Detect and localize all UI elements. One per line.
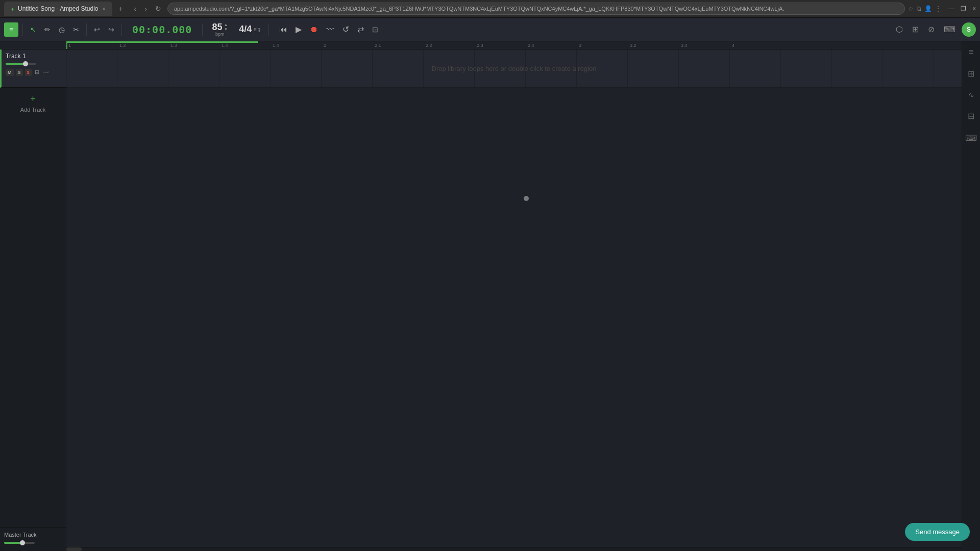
browse-sidebar-button[interactable]: ≡: [967, 45, 975, 59]
track-1-lane[interactable]: Drop library loops here or double click …: [66, 49, 962, 88]
bookmark-star-icon[interactable]: ☆: [908, 5, 914, 12]
divider-4: [202, 23, 203, 36]
close-button[interactable]: ×: [972, 5, 976, 12]
restore-button[interactable]: ❐: [961, 5, 966, 12]
profile-icon[interactable]: 👤: [924, 5, 932, 12]
url-text: app.ampedstudio.com/?_gl=1*zkt20c*_ga*MT…: [174, 6, 784, 12]
scrollbar-thumb[interactable]: [66, 547, 82, 551]
track-1-volume-knob[interactable]: [6, 63, 36, 65]
track-1-solo-button[interactable]: S: [16, 69, 23, 76]
rewind-button[interactable]: ⏮: [276, 22, 290, 36]
send-message-button[interactable]: Send message: [905, 523, 970, 541]
ruler-mark-24: 2.4: [527, 43, 534, 48]
url-bar[interactable]: app.ampedstudio.com/?_gl=1*zkt20c*_ga*MT…: [167, 3, 905, 15]
undo-icon: ↩: [94, 26, 100, 34]
divider-1: [22, 23, 23, 36]
keyboard-button[interactable]: ⌨: [941, 22, 959, 37]
ruler-mark-21: 2.1: [374, 43, 381, 48]
record-icon: ⏺: [310, 25, 318, 34]
master-track-volume-handle: [20, 540, 25, 545]
track-1-arm-button[interactable]: $: [25, 69, 32, 76]
settings-icon[interactable]: ⋮: [935, 5, 941, 12]
track-1-controls: M S $ ⊞ 〰: [6, 68, 62, 77]
select-tool-button[interactable]: ↖: [27, 23, 39, 36]
master-track-label: Master Track: [4, 532, 62, 538]
eq-icon: ⊟: [968, 111, 974, 121]
ruler-mark-13: 1.3: [169, 43, 177, 48]
right-sidebar: ≡ ⊞ ∿ ⊟ ⌨: [962, 41, 980, 551]
time-display[interactable]: 00:00.000: [126, 23, 198, 36]
track-panel: Track 1 M S $ ⊞ 〰 + Add Track Mast: [0, 41, 66, 551]
divider-2: [86, 23, 87, 36]
minimize-button[interactable]: —: [948, 5, 954, 12]
horizontal-scrollbar[interactable]: [66, 547, 962, 551]
browser-tab[interactable]: ♦ Untitled Song - Amped Studio ×: [4, 2, 112, 16]
master-track-item[interactable]: Master Track: [0, 527, 66, 551]
metronome-button[interactable]: ⊡: [369, 22, 381, 36]
add-track-plus-icon: +: [30, 94, 36, 105]
play-icon: ▶: [296, 25, 302, 34]
new-tab-button[interactable]: +: [115, 5, 126, 13]
loop-button[interactable]: ↺: [339, 22, 352, 36]
track-1-volume[interactable]: [6, 63, 62, 65]
track-1-automation-button[interactable]: 〰: [42, 68, 50, 77]
ruler-mark-32: 3.2: [629, 43, 636, 48]
master-track-volume[interactable]: [4, 542, 62, 544]
master-track-volume-knob[interactable]: [4, 542, 35, 544]
ruler-mark-34: 3.4: [680, 43, 688, 48]
add-track-button[interactable]: + Add Track: [0, 88, 66, 119]
user-avatar[interactable]: S: [962, 22, 976, 37]
keyboard-sidebar-button[interactable]: ⌨: [963, 131, 979, 145]
bpm-down-arrow[interactable]: ▼: [224, 27, 228, 32]
reload-button[interactable]: ↻: [152, 4, 164, 14]
bpm-value: 85: [212, 22, 222, 32]
play-button[interactable]: ▶: [292, 22, 305, 36]
ruler-mark-4: 4: [731, 43, 734, 48]
loop-mode-icon: 〰: [326, 25, 334, 34]
cut-tool-button[interactable]: ✂: [70, 23, 82, 36]
automation-button[interactable]: ⬡: [893, 22, 906, 37]
bpm-up-arrow[interactable]: ▲: [224, 22, 228, 27]
window-controls: — ❐ ×: [948, 5, 976, 12]
bpm-label: bpm: [215, 32, 225, 37]
bpm-control[interactable]: 85 ▲ ▼ bpm: [207, 22, 233, 37]
add-track-label: Add Track: [20, 107, 46, 113]
keyboard-sidebar-icon: ⌨: [965, 133, 977, 143]
mixer-button[interactable]: ⊘: [925, 22, 938, 37]
eq-sidebar-button[interactable]: ⊟: [966, 109, 976, 123]
toolbar: ≡ ↖ ✏ ◷ ✂ ↩ ↪ 00:00.000 85 ▲ ▼ bpm 4: [0, 18, 980, 41]
time-tool-button[interactable]: ◷: [56, 23, 68, 36]
automation-icon: ⬡: [896, 25, 903, 34]
redo-button[interactable]: ↪: [105, 23, 117, 36]
bounce-icon: ⇄: [357, 25, 364, 34]
track-1-item[interactable]: Track 1 M S $ ⊞ 〰: [0, 49, 66, 88]
track-1-mute-button[interactable]: M: [6, 69, 14, 76]
main-area: Track 1 M S $ ⊞ 〰 + Add Track Mast: [0, 41, 980, 551]
loop-mode-button[interactable]: 〰: [323, 22, 337, 36]
grid-sidebar-button[interactable]: ⊞: [966, 67, 976, 81]
bpm-arrows[interactable]: ▲ ▼: [224, 22, 228, 32]
grid-button[interactable]: ⊞: [909, 22, 922, 37]
track-1-grid-button[interactable]: ⊞: [34, 68, 40, 77]
playhead: [66, 41, 67, 49]
waveform-sidebar-button[interactable]: ∿: [966, 89, 976, 101]
timeline-ruler[interactable]: 1 1.2 1.3 1.4 1.4 2 2.1 2.2 2.3 2.4 3 3.…: [66, 41, 962, 49]
forward-button[interactable]: ›: [141, 4, 150, 14]
arrange-area: 1 1.2 1.3 1.4 1.4 2 2.1 2.2 2.3 2.4 3 3.…: [66, 41, 962, 551]
redo-icon: ↪: [108, 26, 114, 34]
menu-button[interactable]: ≡: [4, 22, 18, 37]
ruler-mark-14: 1.4: [220, 43, 228, 48]
time-signature[interactable]: 4/4 sig: [235, 24, 264, 35]
undo-button[interactable]: ↩: [91, 23, 103, 36]
extension-icon[interactable]: ⧉: [917, 5, 921, 12]
track-1-volume-handle: [23, 61, 28, 66]
tab-close-button[interactable]: ×: [103, 6, 106, 12]
track-lanes: Drop library loops here or double click …: [66, 49, 962, 547]
pencil-tool-button[interactable]: ✏: [41, 23, 54, 36]
keyboard-icon: ⌨: [944, 25, 955, 34]
back-button[interactable]: ‹: [131, 4, 140, 14]
ruler-mark-2: 2: [323, 43, 326, 48]
scissors-icon: ✂: [73, 26, 79, 34]
record-button[interactable]: ⏺: [307, 22, 321, 36]
bounce-button[interactable]: ⇄: [354, 22, 367, 36]
